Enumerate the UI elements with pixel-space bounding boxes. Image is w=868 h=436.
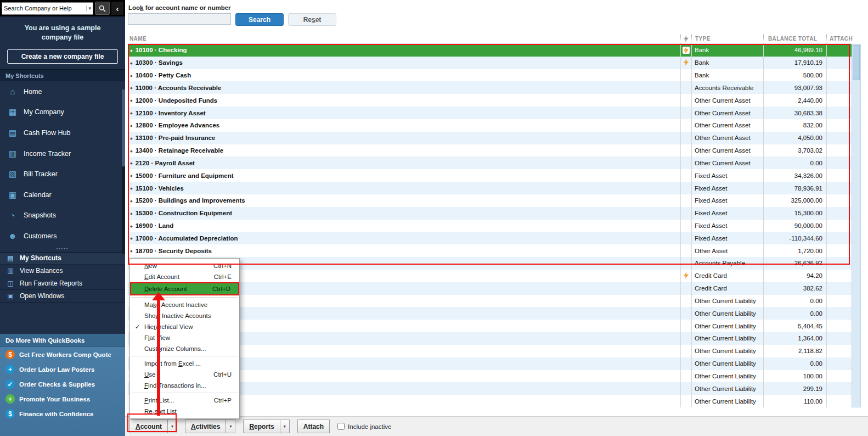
sidebar-item-my-shortcuts[interactable]: ▤My Shortcuts [0,252,125,265]
table-row[interactable]: ◆18700 · Security DepositsOther Asset1,7… [128,244,852,257]
online-banking-cell [680,207,691,220]
reports-dropdown-button[interactable]: ▾ [280,420,290,433]
company-search-input[interactable] [2,5,86,12]
column-header-type[interactable]: TYPE [691,34,763,43]
sidebar-item-calendar[interactable]: ▣Calendar [0,185,125,205]
account-name: 12800 · Employee Advances [136,122,220,128]
company-search-field[interactable]: ▾ [2,2,93,15]
menu-item-label: New [144,262,157,269]
attach-button[interactable]: Attach [297,420,330,433]
table-row[interactable]: ◆12000 · Undeposited FundsOther Current … [128,94,852,107]
menu-item-label: Show Inactive Accounts [144,312,211,319]
sidebar-item-income-tracker[interactable]: ▥Income Tracker [0,143,125,164]
table-row[interactable]: ◆10400 · Petty CashBank500.00 [128,69,852,82]
sidebar-item-snapshots[interactable]: ◔Snapshots [0,205,125,226]
table-row[interactable]: ◆17000 · Accumulated DepreciationFixed A… [128,232,852,244]
sidebar-item-bill-tracker[interactable]: ▧Bill Tracker [0,164,125,185]
chevron-down-icon[interactable]: ▾ [86,5,93,11]
sidebar-item-home[interactable]: ⌂Home [0,81,125,102]
online-banking-cell [680,232,691,244]
account-context-menu: NewCtrl+NEdit AccountCtrl+EDelete Accoun… [129,258,240,419]
sidebar-item-finance-with-confidence[interactable]: $Finance with Confidence [0,406,125,421]
account-name: 15200 · Buildings and Improvements [136,197,245,204]
column-header-name[interactable]: NAME [128,36,680,42]
table-row[interactable]: ◆16900 · LandFixed Asset90,000.00 [128,220,852,232]
table-row[interactable]: ◆15100 · VehiclesFixed Asset78,936.91 [128,182,852,194]
include-inactive-checkbox[interactable] [337,423,345,430]
menu-item-find-transactions-in[interactable]: Find Transactions in... [130,380,239,391]
account-name: 17000 · Accumulated Depreciation [136,235,238,242]
table-row[interactable]: ◆15000 · Furniture and EquipmentFixed As… [128,169,852,182]
check-icon: ✓ [135,323,140,331]
sidebar-item-cash-flow-hub[interactable]: ▤Cash Flow Hub [0,122,125,143]
menu-item-delete-account[interactable]: Delete AccountCtrl+D [130,282,239,295]
menu-item-show-inactive-accounts[interactable]: Show Inactive Accounts [130,310,239,321]
account-type-cell: Other Current Liability [691,320,763,332]
attach-cell [826,282,852,295]
account-type-cell: Fixed Asset [691,220,763,232]
account-search-input[interactable] [128,13,231,25]
menu-item-new[interactable]: NewCtrl+N [130,260,239,271]
menu-item-use[interactable]: UseCtrl+U [130,369,239,380]
account-dropdown-button[interactable]: ▾ [168,420,177,433]
balance-total-cell: 110.00 [763,395,826,407]
online-banking-cell [680,44,691,57]
menu-item-hierarchical-view[interactable]: ✓Hierarchical View [130,321,239,332]
sidebar-item-open-windows[interactable]: ▣Open Windows [0,290,125,303]
account-button[interactable]: Account [129,420,168,433]
collapse-sidebar-button[interactable]: ‹ [111,2,123,15]
balance-total-cell: 0.00 [763,156,826,169]
menu-item-flat-view[interactable]: Flat View [130,332,239,343]
search-go-button[interactable] [95,2,110,15]
table-scrollbar[interactable] [852,44,861,407]
table-row[interactable]: ◆13100 · Pre-paid InsuranceOther Current… [128,132,852,144]
balance-total-cell: 100.00 [763,370,826,383]
sidebar-drag-dots[interactable]: ••••• [0,247,125,252]
account-name-cell: ◆15000 · Furniture and Equipment [128,169,680,182]
table-row[interactable]: ◆11000 · Accounts ReceivableAccounts Rec… [128,81,852,94]
reset-button[interactable]: Reset [288,13,336,26]
column-header-attach[interactable]: ATTACH [826,34,852,43]
table-row[interactable]: ◆10100 · CheckingBank46,969.10 [128,44,852,57]
include-inactive[interactable]: Include inactive [337,423,391,430]
menu-shortcut: Ctrl+E [214,273,232,280]
table-row[interactable]: ◆12100 · Inventory AssetOther Current As… [128,107,852,119]
table-row[interactable]: ◆2120 · Payroll AssetOther Current Asset… [128,156,852,169]
table-row[interactable]: ◆12800 · Employee AdvancesOther Current … [128,119,852,132]
table-scrollbar-thumb[interactable] [853,45,860,80]
sidebar-item-customers[interactable]: ☻Customers [0,226,125,247]
reports-button[interactable]: Reports [243,420,280,433]
table-row[interactable]: ◆10300 · SavingsBank17,910.19 [128,57,852,69]
activities-dropdown-button[interactable]: ▾ [226,420,235,433]
sidebar-item-view-balances[interactable]: ▥View Balances [0,265,125,277]
search-button[interactable]: Search [235,13,284,26]
account-type-cell: Bank [691,57,763,69]
online-banking-cell [680,194,691,207]
online-banking-cell [680,57,691,69]
menu-item-re-sort-list[interactable]: Re-sort List [130,406,239,417]
column-header-lightning[interactable] [680,34,691,43]
account-name: 13400 · Retainage Receivable [136,147,223,154]
online-banking-cell [680,220,691,232]
activities-button[interactable]: Activities [185,420,226,433]
do-more-header: Do More With QuickBooks [0,334,125,347]
create-company-file-button[interactable]: Create a new company file [7,49,118,64]
menu-item-make-account-inactive[interactable]: Make Account Inactive [130,299,239,310]
column-header-balance[interactable]: BALANCE TOTAL [763,34,826,43]
sidebar-item-promote-your-business[interactable]: +Promote Your Business [0,392,125,406]
attach-cell [826,220,852,232]
menu-item-print-list[interactable]: Print List...Ctrl+P [130,395,239,406]
menu-item-import-from-excel[interactable]: Import from Excel ... [130,358,239,369]
sidebar-item-my-company[interactable]: ▦My Company [0,102,125,123]
menu-shortcut: Ctrl+N [213,262,232,269]
sidebar-item-run-favorite-reports[interactable]: ◫Run Favorite Reports [0,277,125,290]
table-row[interactable]: ◆15200 · Buildings and ImprovementsFixed… [128,194,852,207]
menu-item-customize-columns[interactable]: Customize Columns... [130,343,239,354]
sidebar-item-order-checks-supplies[interactable]: ✓Order Checks & Supplies [0,377,125,392]
sidebar-item-order-labor-law-posters[interactable]: +Order Labor Law Posters [0,362,125,377]
table-row[interactable]: ◆13400 · Retainage ReceivableOther Curre… [128,144,852,157]
sidebar-item-get-free-workers-comp-quote[interactable]: $Get Free Workers Comp Quote [0,347,125,362]
menu-item-edit-account[interactable]: Edit AccountCtrl+E [130,271,239,282]
row-diamond-icon: ◆ [130,61,133,65]
table-row[interactable]: ◆15300 · Construction EquipmentFixed Ass… [128,207,852,220]
